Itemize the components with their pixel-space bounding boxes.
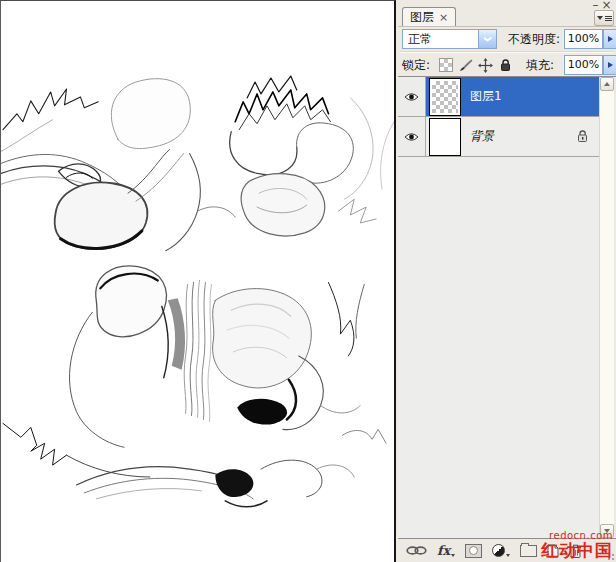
layer-thumbnail[interactable] <box>429 78 461 116</box>
tab-close-icon[interactable]: × <box>439 11 448 24</box>
flyout-lines-icon <box>605 16 612 21</box>
watermark-brand: 红动中国 <box>541 542 613 559</box>
lock-transparency-icon[interactable] <box>438 58 453 73</box>
arrow-right-icon <box>608 36 613 42</box>
layer-name[interactable]: 图层1 <box>470 88 502 105</box>
arrow-right-icon <box>608 62 613 68</box>
watermark: redocn.com 红动中国 <box>541 531 613 559</box>
opacity-input[interactable]: 100% <box>564 29 603 49</box>
layer-thumbnail[interactable] <box>429 118 461 156</box>
panel-tabstrip: 图层× <box>398 7 616 27</box>
layer-list: 图层1 背景 <box>398 77 599 538</box>
background-lock-icon <box>577 130 588 143</box>
lock-move-icon[interactable] <box>478 58 493 73</box>
lock-all-icon[interactable] <box>498 58 513 73</box>
layer-row-content[interactable]: 背景 <box>426 117 599 156</box>
visibility-cell[interactable] <box>398 117 426 156</box>
blend-mode-select[interactable]: 正常 <box>402 29 497 49</box>
fill-input[interactable]: 100% <box>564 55 603 75</box>
layers-panel: –× 图层× 正常 不透明度: 100% 锁定: <box>398 0 616 562</box>
fill-label: 填充: <box>526 55 554 75</box>
scroll-up-button[interactable] <box>600 77 614 91</box>
blend-mode-dropdown-button[interactable] <box>478 30 496 48</box>
marble-artwork <box>1 1 394 562</box>
fill-slider-button[interactable] <box>603 55 616 75</box>
lock-buttons <box>438 56 513 74</box>
panel-menu-button[interactable] <box>594 10 614 26</box>
tab-layers[interactable]: 图层× <box>402 7 456 26</box>
chevron-down-icon <box>484 37 492 42</box>
layer-list-scrollbar[interactable] <box>599 77 614 538</box>
new-group-icon[interactable] <box>520 545 537 557</box>
eye-icon <box>404 92 419 102</box>
opacity-slider-button[interactable] <box>603 29 616 49</box>
layer-style-icon[interactable]: fx <box>437 544 455 557</box>
controls-separator <box>400 51 614 53</box>
lock-fill-row: 锁定: 填充: 100% <box>402 55 614 75</box>
layer-row-content[interactable]: 图层1 <box>426 77 599 116</box>
blend-mode-value: 正常 <box>408 30 432 48</box>
layer-row-1[interactable]: 图层1 <box>398 77 599 117</box>
lock-label: 锁定: <box>402 55 430 75</box>
opacity-label: 不透明度: <box>508 29 560 49</box>
chevron-up-icon <box>604 82 610 86</box>
caret-down-icon <box>506 554 510 557</box>
adjustment-layer-icon[interactable] <box>492 544 510 557</box>
layer-mask-icon[interactable] <box>465 544 482 558</box>
layer-name[interactable]: 背景 <box>470 128 494 145</box>
blend-opacity-row: 正常 不透明度: 100% <box>402 29 614 49</box>
tab-layers-label: 图层 <box>410 10 434 24</box>
eye-icon <box>404 132 419 142</box>
link-layers-icon[interactable] <box>406 545 427 556</box>
caret-down-icon <box>451 554 455 557</box>
visibility-cell[interactable] <box>398 77 426 116</box>
lock-paint-icon[interactable] <box>458 58 473 73</box>
document-canvas[interactable] <box>0 0 396 562</box>
layer-row-background[interactable]: 背景 <box>398 117 599 157</box>
flyout-triangle-icon <box>597 16 603 20</box>
